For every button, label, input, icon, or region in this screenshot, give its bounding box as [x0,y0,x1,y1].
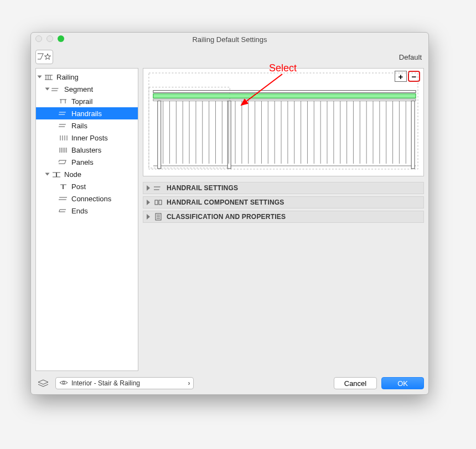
tree-label: Segment [64,85,93,93]
section-handrail-settings[interactable]: HANDRAIL SETTINGS [143,182,424,194]
section-label: HANDRAIL COMPONENT SETTINGS [167,199,284,206]
tree-item-handrails[interactable]: Handrails [36,107,138,119]
tree-label: Balusters [71,146,101,154]
tree-label: Node [64,170,81,179]
tree-item-balusters[interactable]: Balusters [36,144,138,156]
main-panel: + − [143,68,424,371]
tree-label: Railing [56,73,79,81]
svg-marker-75 [38,380,48,384]
disclosure-icon [45,173,50,176]
tree-item-post[interactable]: Post [36,180,138,192]
layer-name: Interior - Stair & Railing [71,379,140,387]
cancel-button[interactable]: Cancel [334,377,377,389]
tree-label: Connections [71,195,111,203]
titlebar: Railing Default Settings [31,33,428,46]
window-title: Railing Default Settings [192,35,267,44]
svg-rect-16 [59,160,66,164]
section-label: HANDRAIL SETTINGS [167,184,238,192]
svg-rect-26 [153,99,416,101]
classification-section-icon [153,213,163,221]
ends-icon [58,207,69,215]
tree-item-node[interactable]: Node [36,168,138,180]
tree-item-rails[interactable]: Rails [36,119,138,132]
chevron-right-icon [147,214,150,220]
chevron-right-icon: › [188,379,190,387]
svg-rect-0 [38,54,43,59]
railing-icon [43,73,54,81]
ok-button[interactable]: OK [381,377,424,389]
tree-item-panels[interactable]: Panels [36,156,138,168]
favorites-icon [38,53,51,61]
settings-sections: HANDRAIL SETTINGS HANDRAIL COMPONENT SET… [143,182,424,223]
tree-label: Panels [71,158,94,166]
section-classification[interactable]: CLASSIFICATION AND PROPERTIES [143,211,424,223]
post-icon [58,182,69,190]
tree-label: Ends [71,207,88,215]
tree-item-inner-posts[interactable]: Inner Posts [36,132,138,144]
handrails-icon [58,109,69,117]
tree-item-toprail[interactable]: Toprail [36,95,138,107]
tree-label: Handrails [71,109,102,118]
layer-icon [35,379,51,388]
tree-label: Rails [71,122,87,130]
svg-rect-29 [227,101,231,169]
svg-rect-70 [159,200,162,205]
tree-item-ends[interactable]: Ends [36,205,138,217]
svg-rect-69 [155,200,158,205]
balusters-icon [58,146,69,154]
chevron-right-icon [147,185,150,191]
section-label: CLASSIFICATION AND PROPERTIES [167,213,286,221]
close-window-icon[interactable] [35,35,42,42]
svg-rect-25 [153,94,416,98]
settings-dialog: Railing Default Settings Default Railing [30,32,429,395]
panels-icon [58,158,69,166]
disclosure-icon [38,76,42,79]
tree-sidebar: Railing Segment Toprail Handrails [35,68,138,371]
connections-icon [58,195,69,202]
segment-icon [51,85,62,93]
handrail-section-icon [153,185,163,191]
svg-marker-1 [45,54,51,60]
inner-posts-icon [58,134,69,142]
node-icon [51,170,62,178]
traffic-lights [35,35,64,42]
disclosure-icon [45,88,50,91]
svg-rect-24 [153,91,416,93]
eye-icon [59,379,68,387]
dialog-footer: Interior - Stair & Railing › Cancel OK [31,375,428,394]
tree-item-connections[interactable]: Connections [36,192,138,205]
svg-rect-30 [411,101,415,169]
tree-label: Inner Posts [71,134,108,142]
svg-rect-28 [158,101,161,169]
chevron-right-icon [147,200,150,205]
railing-preview-icon [147,72,420,173]
component-section-icon [153,199,163,206]
section-component-settings[interactable]: HANDRAIL COMPONENT SETTINGS [143,196,424,208]
zoom-window-icon[interactable] [58,35,64,42]
tree-item-railing[interactable]: Railing [36,71,138,83]
tree-item-segment[interactable]: Segment [36,83,138,95]
rails-icon [58,122,69,129]
default-label: Default [399,53,422,61]
layer-select[interactable]: Interior - Stair & Railing › [55,377,194,389]
svg-point-76 [63,382,65,384]
preview-area[interactable]: + − [143,68,424,176]
tree-label: Post [71,182,86,191]
minimize-window-icon[interactable] [46,35,53,42]
favorites-button[interactable] [35,50,53,64]
tree-label: Toprail [71,97,92,106]
toolbar: Default [31,46,428,68]
toprail-icon [58,97,69,105]
